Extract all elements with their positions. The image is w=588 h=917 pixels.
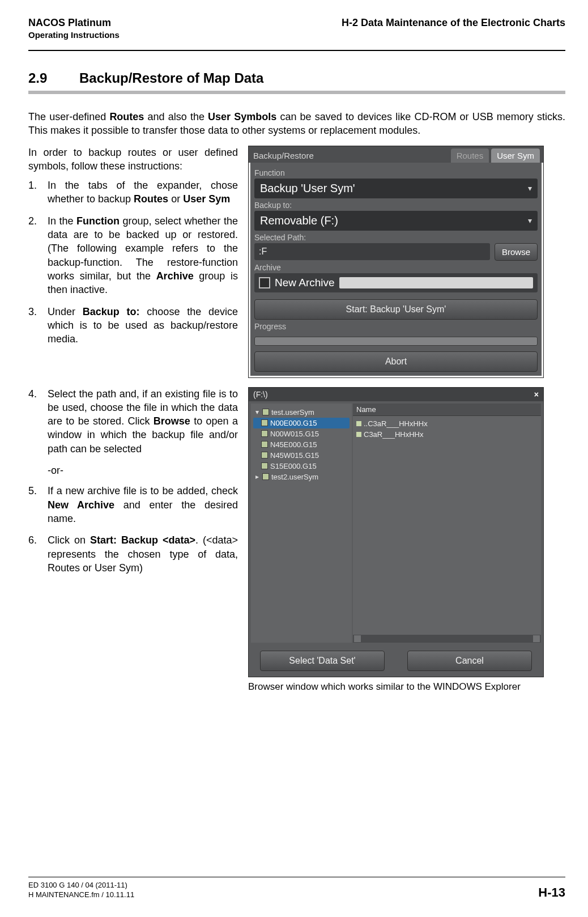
- page-footer: ED 3100 G 140 / 04 (2011-11) H MAINTENAN…: [28, 872, 565, 900]
- abort-button[interactable]: Abort: [254, 351, 538, 372]
- selected-path-value: :F: [254, 243, 490, 260]
- function-group-label: Function: [254, 168, 538, 177]
- doc-subtitle: Operating Instructions: [28, 30, 120, 40]
- chapter-title: H-2 Data Maintenance of the Electronic C…: [342, 17, 565, 29]
- file-browser-window: (F:\) × ▾test.userSym N00E000.G15 N00W01…: [248, 387, 544, 677]
- backup-to-dropdown[interactable]: Removable (F:)▾: [254, 211, 538, 231]
- column-header-name[interactable]: Name: [353, 404, 541, 416]
- tree-item[interactable]: N45W015.G15: [253, 450, 350, 461]
- tab-routes[interactable]: Routes: [451, 148, 489, 163]
- tree-item-selected[interactable]: N00E000.G15: [253, 418, 350, 428]
- select-data-set-button[interactable]: Select 'Data Set': [260, 651, 385, 671]
- page-number: H-13: [538, 885, 565, 900]
- section-number: 2.9: [28, 70, 79, 86]
- scroll-right-icon[interactable]: [533, 635, 540, 642]
- footer-doc-id: ED 3100 G 140 / 04 (2011-11): [28, 881, 134, 890]
- doc-title: NACOS Platinum: [28, 17, 120, 29]
- folder-tree[interactable]: ▾test.userSym N00E000.G15 N00W015.G15 N4…: [251, 404, 352, 643]
- scroll-left-icon[interactable]: [354, 635, 361, 642]
- header-rule: [28, 50, 565, 51]
- tab-user-sym[interactable]: User Sym: [491, 148, 540, 163]
- horizontal-scrollbar[interactable]: [353, 635, 541, 643]
- section-heading: 2.9 Backup/Restore of Map Data: [28, 70, 565, 86]
- progress-group-label: Progress: [254, 322, 538, 331]
- step-6: 6. Click on Start: Backup <data>. (<data…: [28, 533, 238, 575]
- browser-title: (F:\): [253, 390, 268, 399]
- step-2: 2. In the Function group, select whether…: [28, 214, 238, 297]
- figure-caption: Browser window which works similar to th…: [248, 681, 543, 693]
- start-backup-button[interactable]: Start: Backup 'User Sym': [254, 299, 538, 320]
- close-icon[interactable]: ×: [534, 390, 539, 399]
- list-item[interactable]: ..C3aR___HHxHHx: [356, 418, 538, 429]
- cancel-button[interactable]: Cancel: [407, 651, 532, 671]
- chevron-down-icon: ▾: [528, 184, 532, 193]
- page-header: NACOS Platinum Operating Instructions H-…: [28, 17, 565, 40]
- step-3: 3. Under Backup to: choose the device wh…: [28, 305, 238, 346]
- footer-file-info: H MAINTENANCE.fm / 10.11.11: [28, 890, 134, 900]
- panel-title-tab: Backup/Restore: [252, 148, 319, 163]
- tree-item[interactable]: N00W015.G15: [253, 428, 350, 439]
- chevron-down-icon: ▾: [528, 216, 532, 225]
- progress-bar: [254, 337, 538, 346]
- function-dropdown[interactable]: Backup 'User Sym'▾: [254, 179, 538, 198]
- or-separator: -or-: [48, 464, 238, 477]
- instruction-lead: In order to backup routes or user define…: [28, 146, 238, 173]
- step-1: 1. In the tabs of the expander, chose wh…: [28, 179, 238, 206]
- file-list[interactable]: Name ..C3aR___HHxHHx C3aR___HHxHHx: [353, 404, 541, 643]
- backup-to-label: Backup to:: [254, 201, 538, 210]
- selected-path-label: Selected Path:: [254, 233, 538, 242]
- new-archive-checkbox[interactable]: [259, 277, 270, 288]
- new-archive-input[interactable]: [339, 277, 533, 288]
- step-4: 4. Select the path and, if an existing f…: [28, 387, 238, 456]
- step-5: 5. If a new archive file is to be added,…: [28, 484, 238, 525]
- section-title: Backup/Restore of Map Data: [79, 70, 263, 86]
- footer-rule: [28, 877, 565, 877]
- browse-button[interactable]: Browse: [495, 243, 538, 261]
- tree-item[interactable]: N45E000.G15: [253, 439, 350, 450]
- backup-restore-panel: Backup/Restore Routes User Sym Function …: [248, 146, 544, 378]
- intro-paragraph: The user-defined Routes and also the Use…: [28, 110, 565, 138]
- list-item[interactable]: C3aR___HHxHHx: [356, 429, 538, 440]
- tree-item[interactable]: S15E000.G15: [253, 461, 350, 472]
- archive-group-label: Archive: [254, 263, 538, 272]
- new-archive-label: New Archive: [275, 277, 335, 289]
- section-underline: [28, 91, 565, 94]
